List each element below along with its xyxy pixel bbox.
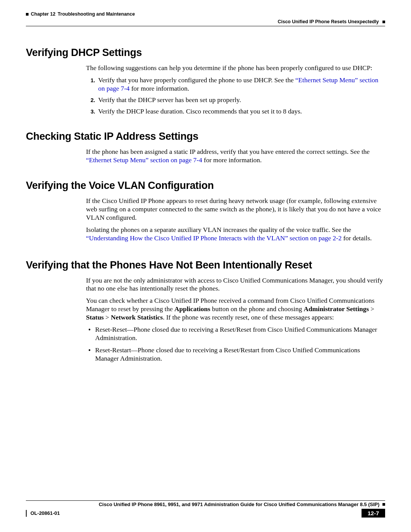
step-text: for more information. <box>130 85 189 92</box>
link-ethernet-setup-2[interactable]: “Ethernet Setup Menu” section on page 7-… <box>86 156 202 164</box>
chapter-title: Troubleshooting and Maintenance <box>58 11 135 17</box>
vlan-para-1: If the Cisco Unified IP Phone appears to… <box>86 197 385 222</box>
header-square-icon <box>382 21 385 23</box>
ui-applications: Applications <box>174 305 210 313</box>
para-text: > <box>104 313 111 321</box>
dhcp-step-3: Verify the DHCP lease duration. Cisco re… <box>97 107 385 116</box>
body-static-ip: If the phone has been assigned a static … <box>86 148 385 165</box>
footer-bottom-row: OL-20861-01 12-7 <box>26 509 385 518</box>
para-text: button on the phone and choosing <box>210 305 304 313</box>
link-vlan-understanding[interactable]: “Understanding How the Cisco Unified IP … <box>86 234 342 242</box>
step-text: Verify that you have properly configured… <box>98 76 295 84</box>
chapter-number: Chapter 12 <box>31 11 56 17</box>
document-page: Chapter 12 Troubleshooting and Maintenan… <box>0 0 411 532</box>
doc-number: OL-20861-01 <box>26 509 60 518</box>
page-number: 12-7 <box>362 509 385 518</box>
ui-admin-settings: Administrator Settings <box>304 305 369 313</box>
vlan-para-2: Isolating the phones on a separate auxil… <box>86 226 385 243</box>
guide-title: Cisco Unified IP Phone 8961, 9951, and 9… <box>99 502 379 507</box>
section-title: Cisco Unified IP Phone Resets Unexpected… <box>278 19 379 24</box>
body-vlan: If the Cisco Unified IP Phone appears to… <box>86 197 385 242</box>
heading-vlan: Verifying the Voice VLAN Configuration <box>26 180 385 192</box>
footer-bar-icon <box>26 510 27 517</box>
reset-message-1: Reset-Reset—Phone closed due to receivin… <box>95 326 385 342</box>
body-reset: If you are not the only administrator wi… <box>86 276 385 363</box>
dhcp-steps: Verify that you have properly configured… <box>86 76 385 116</box>
static-ip-para: If the phone has been assigned a static … <box>86 148 385 165</box>
para-text: . If the phone was recently reset, one o… <box>163 313 334 321</box>
heading-reset: Verifying that the Phones Have Not Been … <box>26 259 385 271</box>
footer-square-icon <box>382 503 385 506</box>
running-header-right: Cisco Unified IP Phone Resets Unexpected… <box>26 19 385 24</box>
footer-title-row: Cisco Unified IP Phone 8961, 9951, and 9… <box>26 500 385 507</box>
para-text: > <box>369 305 374 313</box>
page-footer: Cisco Unified IP Phone 8961, 9951, and 9… <box>26 500 385 518</box>
header-square-icon <box>26 13 29 16</box>
header-rule <box>26 26 385 26</box>
para-text: for more information. <box>202 156 261 164</box>
doc-number-text: OL-20861-01 <box>30 510 60 516</box>
ui-status: Status <box>86 313 104 321</box>
reset-para-1: If you are not the only administrator wi… <box>86 276 385 293</box>
reset-messages-list: Reset-Reset—Phone closed due to receivin… <box>86 326 385 363</box>
para-text: for details. <box>342 234 372 242</box>
dhcp-step-2: Verify that the DHCP server has been set… <box>97 96 385 104</box>
dhcp-step-1: Verify that you have properly configured… <box>97 76 385 93</box>
heading-dhcp: Verifying DHCP Settings <box>26 47 385 59</box>
reset-message-2: Reset-Restart—Phone closed due to receiv… <box>95 346 385 363</box>
ui-network-statistics: Network Statistics <box>111 313 163 321</box>
reset-para-2: You can check whether a Cisco Unified IP… <box>86 297 385 322</box>
para-text: If the phone has been assigned a static … <box>86 148 370 155</box>
para-text: Isolating the phones on a separate auxil… <box>86 226 351 233</box>
body-dhcp: The following suggestions can help you d… <box>86 64 385 115</box>
running-header-left: Chapter 12 Troubleshooting and Maintenan… <box>26 11 385 17</box>
heading-static-ip: Checking Static IP Address Settings <box>26 131 385 142</box>
dhcp-intro: The following suggestions can help you d… <box>86 64 385 72</box>
